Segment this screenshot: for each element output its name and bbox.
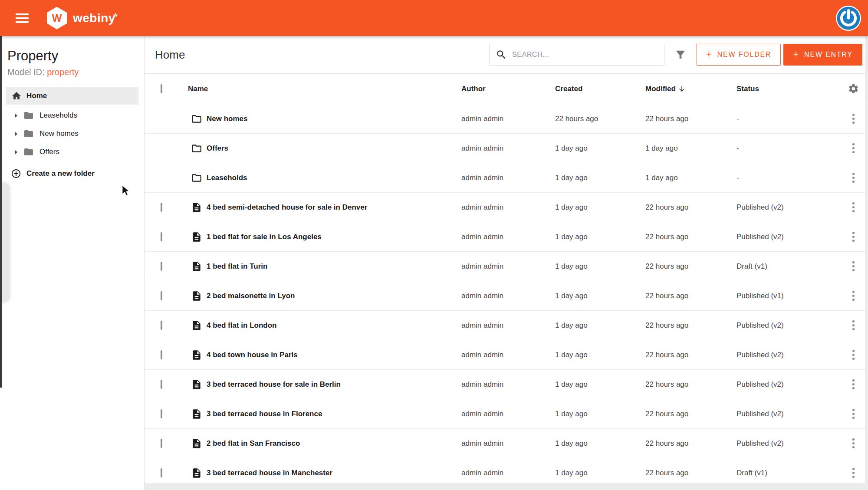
row-author: admin admin: [461, 439, 555, 448]
column-header-author[interactable]: Author: [461, 85, 555, 93]
table-row[interactable]: 2 bed flat in San Francisco admin admin …: [145, 429, 865, 458]
row-checkbox[interactable]: [161, 321, 162, 330]
row-author: admin admin: [461, 174, 555, 182]
column-header-status[interactable]: Status: [736, 85, 842, 93]
row-name[interactable]: 2 bed maisonette in Lyon: [207, 292, 295, 300]
row-name[interactable]: Offers: [207, 144, 228, 153]
row-checkbox[interactable]: [161, 291, 162, 300]
model-id-value[interactable]: property: [47, 67, 79, 77]
model-sidebar: Property Model ID: property Home Leaseho…: [0, 36, 145, 490]
kebab-menu-icon[interactable]: [847, 230, 860, 243]
column-header-created[interactable]: Created: [555, 85, 645, 93]
kebab-menu-icon[interactable]: [847, 112, 860, 125]
plus-circle-icon: [11, 168, 21, 179]
row-status: Published (v2): [736, 321, 842, 330]
table-row[interactable]: Leaseholds admin admin 1 day ago 1 day a…: [145, 163, 865, 193]
row-name[interactable]: 1 bed flat for sale in Los Angeles: [207, 233, 322, 241]
sidebar-folder-item[interactable]: Offers: [0, 143, 144, 161]
table-settings-button[interactable]: [842, 83, 865, 94]
sidebar-folder-item[interactable]: Leaseholds: [0, 106, 144, 125]
kebab-menu-icon[interactable]: [847, 171, 860, 184]
table-row[interactable]: 3 bed terraced house in Manchester admin…: [145, 458, 865, 483]
row-name[interactable]: 3 bed terraced house in Manchester: [207, 469, 332, 477]
row-author: admin admin: [461, 115, 555, 123]
webiny-hexagon-icon: W: [47, 7, 67, 30]
table-row[interactable]: 3 bed terraced house in Florence admin a…: [145, 399, 865, 429]
table-row[interactable]: 3 bed terraced house for sale in Berlin …: [145, 370, 865, 399]
kebab-menu-icon[interactable]: [847, 289, 860, 303]
row-checkbox[interactable]: [161, 232, 162, 241]
row-author: admin admin: [461, 144, 555, 153]
kebab-menu-icon[interactable]: [847, 466, 860, 480]
user-avatar[interactable]: [836, 6, 861, 31]
kebab-menu-icon[interactable]: [847, 407, 860, 421]
row-author: admin admin: [461, 203, 555, 212]
new-entry-button[interactable]: + NEW ENTRY: [783, 44, 862, 66]
kebab-menu-icon[interactable]: [847, 348, 860, 362]
table-header: Name Author Created Modified Status: [145, 74, 865, 104]
table-row[interactable]: 4 bed semi-detached house for sale in De…: [145, 193, 865, 222]
kebab-menu-icon[interactable]: [847, 319, 860, 332]
table-row[interactable]: 2 bed maisonette in Lyon admin admin 1 d…: [145, 281, 865, 311]
hamburger-menu-icon[interactable]: [16, 13, 29, 23]
search-box: [489, 44, 664, 66]
row-checkbox[interactable]: [161, 468, 162, 477]
filter-button[interactable]: [674, 48, 687, 61]
row-name[interactable]: 3 bed terraced house in Florence: [207, 410, 322, 418]
search-input[interactable]: [512, 44, 664, 65]
select-all-checkbox[interactable]: [161, 84, 162, 93]
row-created: 1 day ago: [555, 380, 645, 389]
kebab-menu-icon[interactable]: [847, 437, 860, 450]
kebab-menu-icon[interactable]: [847, 260, 860, 273]
webiny-logo[interactable]: W webiny̐: [47, 7, 115, 30]
sidebar-folder-item[interactable]: New homes: [0, 125, 144, 143]
table-row[interactable]: Offers admin admin 1 day ago 1 day ago -: [145, 134, 865, 163]
row-modified: 22 hours ago: [645, 203, 736, 212]
row-checkbox[interactable]: [161, 203, 162, 212]
table-row[interactable]: New homes admin admin 22 hours ago 22 ho…: [145, 104, 865, 134]
create-folder-button[interactable]: Create a new folder: [0, 164, 144, 183]
row-status: Published (v2): [736, 233, 842, 241]
plus-icon: +: [706, 49, 713, 59]
row-name[interactable]: 2 bed flat in San Francisco: [207, 439, 300, 448]
kebab-menu-icon[interactable]: [847, 201, 860, 214]
table-row[interactable]: 1 bed flat in Turin admin admin 1 day ag…: [145, 252, 865, 281]
row-created: 1 day ago: [555, 410, 645, 418]
filter-funnel-icon: [674, 49, 687, 61]
row-checkbox[interactable]: [161, 350, 162, 359]
model-title: Property: [7, 48, 144, 64]
table-row[interactable]: 4 bed flat in London admin admin 1 day a…: [145, 311, 865, 340]
row-name[interactable]: 1 bed flat in Turin: [207, 262, 267, 271]
row-checkbox[interactable]: [161, 439, 162, 448]
content-toolbar: Home + NEW FOLDER + NEW ENTRY: [145, 36, 865, 74]
row-name[interactable]: New homes: [207, 115, 247, 123]
kebab-menu-icon[interactable]: [847, 378, 860, 391]
row-name[interactable]: Leaseholds: [207, 174, 247, 182]
row-name[interactable]: 3 bed terraced house for sale in Berlin: [207, 380, 341, 389]
row-created: 22 hours ago: [555, 115, 645, 123]
sidebar-item-home[interactable]: Home: [6, 87, 138, 105]
row-name[interactable]: 4 bed semi-detached house for sale in De…: [207, 203, 367, 212]
kebab-menu-icon[interactable]: [847, 141, 860, 155]
row-status: -: [736, 174, 842, 182]
row-checkbox[interactable]: [161, 409, 162, 418]
row-created: 1 day ago: [555, 469, 645, 477]
table-row[interactable]: 1 bed flat for sale in Los Angeles admin…: [145, 222, 865, 252]
new-folder-button[interactable]: + NEW FOLDER: [697, 44, 781, 66]
row-created: 1 day ago: [555, 439, 645, 448]
row-checkbox[interactable]: [161, 380, 162, 389]
content-area: Home + NEW FOLDER + NEW ENTRY: [145, 36, 868, 490]
row-status: Published (v2): [736, 439, 842, 448]
row-checkbox[interactable]: [161, 262, 162, 271]
row-status: Draft (v1): [736, 262, 842, 271]
column-header-modified[interactable]: Modified: [645, 85, 736, 93]
row-author: admin admin: [461, 321, 555, 330]
drawer-edge: [0, 36, 2, 388]
column-header-name[interactable]: Name: [184, 85, 461, 93]
create-folder-label: Create a new folder: [26, 169, 95, 178]
row-name[interactable]: 4 bed town house in Paris: [207, 351, 298, 359]
breadcrumb-title: Home: [155, 48, 185, 62]
table-row[interactable]: 4 bed town house in Paris admin admin 1 …: [145, 340, 865, 370]
row-author: admin admin: [461, 410, 555, 418]
row-name[interactable]: 4 bed flat in London: [207, 321, 276, 330]
